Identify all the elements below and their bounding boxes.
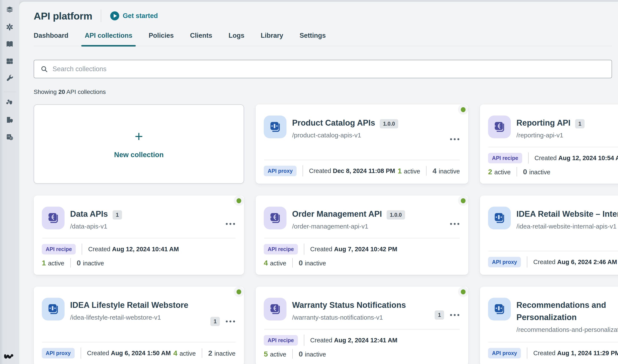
created-text: Created Dec 8, 2024 11:08 PM: [309, 168, 395, 174]
tab-clients[interactable]: Clients: [190, 29, 212, 46]
tab-bar: DashboardAPI collectionsPoliciesClientsL…: [34, 29, 612, 46]
collection-path: /idea-retail-website-internal-apis-v1: [516, 223, 618, 230]
wrench-icon[interactable]: [4, 73, 15, 84]
created-date: Aug 6, 2024 2:46 AM: [557, 259, 617, 265]
card-footer: API recipe Created Aug 12, 2024 10:41 AM…: [34, 238, 244, 275]
blocks-icon[interactable]: [4, 56, 15, 66]
type-pill: API proxy: [264, 166, 297, 176]
status-notch: [458, 286, 468, 297]
governance-icon[interactable]: [4, 98, 15, 108]
collection-path: /reporting-api-v1: [516, 132, 618, 139]
collection-title: IDEA Lifestyle Retail Webstore: [70, 299, 188, 311]
collection-card[interactable]: Reporting API 1 /reporting-api-v1 1 API …: [480, 104, 618, 184]
collection-card[interactable]: Product Catalog APIs 1.0.0 /product-cata…: [256, 104, 468, 184]
more-menu-button[interactable]: [225, 221, 236, 227]
api-proxy-icon: [493, 303, 506, 315]
collection-type-icon: [488, 207, 511, 229]
collection-card[interactable]: Recommendations and Personalization 3.2 …: [480, 286, 618, 364]
inactive-stat: 4inactive: [433, 167, 460, 175]
search-input[interactable]: [53, 65, 605, 73]
new-collection-label: New collection: [114, 151, 164, 159]
status-dot-icon: [461, 289, 466, 294]
api-proxy-icon: [493, 212, 506, 224]
collection-card[interactable]: Order Management API 1.0.0 /order-manage…: [256, 195, 468, 275]
card-footer: API recipe Created Aug 2, 2024 12:41 AM …: [256, 329, 468, 364]
created-date: Aug 12, 2024 10:41 AM: [112, 246, 179, 253]
api-recipe-icon: [47, 212, 59, 224]
tab-library[interactable]: Library: [261, 29, 283, 46]
inactive-stat: 0inactive: [299, 350, 326, 358]
plus-icon: +: [135, 129, 143, 143]
summary-prefix: Showing: [34, 89, 58, 95]
collection-type-icon: [488, 298, 511, 321]
inactive-stat: 2inactive: [208, 349, 236, 357]
collection-title: Product Catalog APIs: [292, 117, 375, 129]
collection-title: IDEA Retail Website – Internal APIs: [516, 208, 618, 220]
more-menu-button[interactable]: [450, 137, 460, 142]
tab-logs[interactable]: Logs: [229, 29, 244, 46]
collection-card[interactable]: IDEA Lifestyle Retail Webstore 1 /idea-l…: [34, 286, 244, 364]
inactive-stat: 0inactive: [523, 168, 550, 176]
created-date: Aug 12, 2024 10:54 AM: [558, 155, 618, 161]
api-proxy-icon: [47, 303, 59, 315]
footer-divider: [202, 348, 202, 358]
sidebar-divider: [4, 92, 16, 92]
created-text: Created Aug 12, 2024 10:54 AM: [535, 155, 618, 162]
header-separator: [101, 10, 101, 22]
type-pill: API recipe: [488, 153, 522, 163]
get-started-label: Get started: [123, 12, 158, 20]
get-started-link[interactable]: Get started: [110, 11, 158, 20]
footer-divider: [517, 167, 517, 176]
created-date: Aug 1, 2024 11:29 PM: [557, 350, 618, 356]
more-menu-button[interactable]: [450, 221, 460, 227]
page: $ API platform Get started DashboardAPI …: [0, 0, 618, 364]
created-date: Dec 8, 2024 11:08 PM: [333, 168, 395, 174]
card-footer: API proxy Created Aug 1, 2024 11:29 PM 3…: [480, 342, 618, 364]
collection-type-icon: [264, 298, 287, 321]
collection-title: Warranty Status Notifications: [292, 299, 406, 311]
collection-card[interactable]: Warranty Status Notifications 1 /warrant…: [256, 286, 468, 364]
inactive-stat: 0inactive: [77, 259, 104, 267]
active-stat: 2active: [488, 168, 511, 176]
created-date: Aug 6, 2024 1:50 AM: [111, 350, 171, 356]
page-title: API platform: [34, 10, 92, 22]
tab-api-collections[interactable]: API collections: [85, 29, 132, 46]
version-badge: 1: [113, 210, 122, 220]
asterisk-icon[interactable]: [4, 22, 15, 32]
version-badge: 1: [575, 119, 585, 129]
card-footer: API proxy Created Dec 8, 2024 11:08 PM 1…: [256, 160, 468, 184]
layers-icon[interactable]: [4, 5, 15, 15]
created-date: Aug 7, 2024 10:42 PM: [334, 246, 397, 253]
api-recipe-icon: [269, 212, 281, 224]
footer-divider: [304, 335, 304, 346]
type-pill: API proxy: [42, 348, 75, 358]
play-icon: [110, 11, 119, 20]
sidebar: $: [0, 0, 19, 364]
version-badge: 1.0.0: [380, 119, 398, 129]
collection-type-icon: [264, 207, 287, 229]
active-stat: 4active: [173, 349, 196, 357]
version-badge: 1.0.0: [387, 210, 405, 220]
card-footer: API recipe Created Aug 12, 2024 10:54 AM…: [480, 147, 618, 184]
collection-path: /order-management-api-v1: [292, 223, 444, 230]
collection-path: /warranty-status-notifications-v1: [292, 314, 429, 321]
more-menu-button[interactable]: [450, 312, 460, 318]
collection-card[interactable]: Data APIs 1 /data-apis-v1 1 API recipe C…: [34, 195, 244, 275]
version-badge: 1: [435, 311, 444, 320]
search-box[interactable]: [34, 60, 612, 78]
book-icon[interactable]: [4, 39, 15, 49]
tab-policies[interactable]: Policies: [149, 29, 174, 46]
tab-settings[interactable]: Settings: [300, 29, 326, 46]
organization-icon[interactable]: [4, 115, 15, 125]
tab-dashboard[interactable]: Dashboard: [34, 29, 68, 46]
billing-icon[interactable]: $: [4, 132, 15, 142]
footer-divider: [302, 165, 303, 176]
status-dot-icon: [461, 198, 466, 203]
new-collection-card[interactable]: + New collection: [34, 104, 244, 184]
status-notch: [458, 195, 468, 206]
collection-path: /recommendations-and-personalization-v3-…: [516, 326, 618, 333]
collection-card[interactable]: IDEA Retail Website – Internal APIs 1 /i…: [480, 195, 618, 275]
status-dot-icon: [237, 198, 241, 203]
created-text: Created Aug 1, 2024 11:29 PM: [533, 350, 618, 357]
more-menu-button[interactable]: [225, 319, 236, 324]
